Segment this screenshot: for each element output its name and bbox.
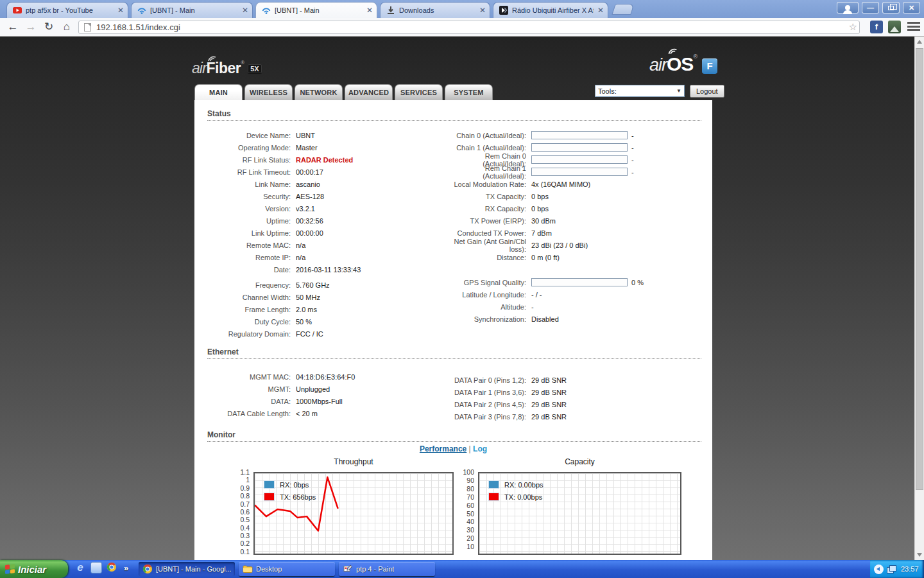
browser-tab[interactable]: ptp af5x br - YouTube✕ xyxy=(6,2,128,18)
ethernet-right-column: DATA Pair 0 (Pins 1,2):29 dB SNRDATA Pai… xyxy=(443,374,567,423)
tab-advanced[interactable]: ADVANCED xyxy=(345,84,393,100)
minimize-icon: — xyxy=(867,4,874,12)
performance-link[interactable]: Performance xyxy=(420,444,466,453)
minimize-button[interactable]: — xyxy=(862,2,879,13)
paint-icon xyxy=(343,564,353,574)
address-bar[interactable]: 192.168.1.51/index.cgi xyxy=(78,21,860,34)
task-buttons: [UBNT] - Main - Googl...Desktopptp 4 - P… xyxy=(139,562,435,576)
tab-wireless[interactable]: WIRELESS xyxy=(244,84,293,100)
y-tick-label: 0.7 xyxy=(240,500,250,508)
internet-explorer-icon[interactable]: e xyxy=(74,562,86,574)
status-label: Rem Chain 1 (Actual/Ideal): xyxy=(443,164,531,180)
y-tick-label: 1 xyxy=(246,476,250,484)
legend-entry: RX: 0.00bps xyxy=(488,480,543,489)
ethernet-value: 29 dB SNR xyxy=(531,389,567,396)
ethernet-value: 1000Mbps-Full xyxy=(296,398,343,405)
start-label: Iniciar xyxy=(18,564,46,575)
ethernet-label: DATA Pair 3 (Pins 7,8): xyxy=(443,413,531,421)
chrome-icon[interactable] xyxy=(107,562,118,574)
chart-capacity: Capacity100908070605040302010RX: 0.00bps… xyxy=(443,457,681,555)
legend-label: RX: 0bps xyxy=(280,481,309,489)
taskbar-button[interactable]: [UBNT] - Main - Googl... xyxy=(139,562,235,576)
home-button[interactable]: ⌂ xyxy=(59,19,74,35)
content-panel: Status Device Name:UBNTOperating Mode:Ma… xyxy=(194,100,712,560)
new-tab-button[interactable] xyxy=(612,4,635,15)
status-value: - xyxy=(631,156,634,164)
tab-system[interactable]: SYSTEM xyxy=(445,84,493,100)
tab-close-icon[interactable]: ✕ xyxy=(117,7,124,13)
status-row: Synchronization:Disabled xyxy=(443,313,644,325)
brand-reg: ® xyxy=(241,60,244,66)
legend-swatch xyxy=(488,480,499,489)
taskbar-button[interactable]: Desktop xyxy=(239,562,335,576)
scroll-up-arrow[interactable] xyxy=(917,40,922,44)
bookmark-star-icon[interactable]: ☆ xyxy=(849,21,857,33)
browser-tab[interactable]: [UBNT] - Main✕ xyxy=(131,2,253,18)
browser-tab[interactable]: Downloads✕ xyxy=(380,2,490,18)
facebook-extension-icon[interactable]: f xyxy=(870,21,883,33)
browser-chrome: ptp af5x br - YouTube✕[UBNT] - Main✕[UBN… xyxy=(0,0,924,37)
ethernet-label: DATA Cable Length: xyxy=(207,410,296,417)
browser-tab[interactable]: Rádio Ubiquiti Airfiber X Af-5✕ xyxy=(493,2,608,18)
restore-button[interactable] xyxy=(882,2,900,13)
reload-button[interactable]: ↻ xyxy=(41,19,56,35)
quick-launch-overflow-chevron[interactable]: » xyxy=(124,563,128,573)
browser-tab[interactable]: [UBNT] - Main✕ xyxy=(255,2,377,18)
plot-area: RX: 0.00bpsTX: 0.00bps xyxy=(478,472,681,555)
photo-extension-icon[interactable] xyxy=(888,21,901,33)
start-button[interactable]: Iniciar xyxy=(0,560,68,578)
scrollbar-thumb[interactable] xyxy=(916,48,923,490)
status-value: AES-128 xyxy=(296,193,324,200)
ethernet-value: 29 dB SNR xyxy=(531,401,567,408)
log-link[interactable]: Log xyxy=(473,444,487,453)
app-icon[interactable] xyxy=(90,562,102,574)
tab-close-icon[interactable]: ✕ xyxy=(597,7,604,13)
taskbar-button[interactable]: ptp 4 - Paint xyxy=(339,562,435,576)
scroll-down-arrow[interactable] xyxy=(917,553,922,557)
status-label: RX Capacity: xyxy=(443,205,531,213)
legend-label: RX: 0.00bps xyxy=(504,481,543,489)
status-label: Version: xyxy=(207,205,296,213)
tools-dropdown[interactable]: Tools: ▼ xyxy=(595,85,685,97)
status-value: RADAR Detected xyxy=(296,156,353,164)
monitor-section-header: Monitor xyxy=(207,430,701,442)
status-label: Chain 1 (Actual/Ideal): xyxy=(443,144,531,152)
status-row: Frequency:5.760 GHz xyxy=(207,279,330,291)
tab-close-icon[interactable]: ✕ xyxy=(366,7,373,13)
y-tick-label: 0.3 xyxy=(240,532,250,539)
logout-button[interactable]: Logout xyxy=(690,85,724,98)
tab-network[interactable]: NETWORK xyxy=(295,84,343,100)
status-right-column: Chain 0 (Actual/Ideal):-Chain 1 (Actual/… xyxy=(443,129,634,263)
status-row: Version:v3.2.1 xyxy=(207,202,361,215)
tab-close-icon[interactable]: ✕ xyxy=(242,7,248,13)
ethernet-row: DATA:1000Mbps-Full xyxy=(207,395,355,407)
ethernet-row: MGMT MAC:04:18:D6:E3:64:F0 xyxy=(207,371,355,383)
tray-collapse-chevron-icon[interactable] xyxy=(874,565,884,574)
forward-button[interactable]: → xyxy=(23,19,38,35)
status-row: Channel Width:50 MHz xyxy=(207,291,330,303)
back-button[interactable]: ← xyxy=(5,19,21,35)
close-button[interactable]: ✕ xyxy=(903,2,920,13)
status-label: Distance: xyxy=(443,254,531,261)
tab-close-icon[interactable]: ✕ xyxy=(479,7,486,13)
tab-main[interactable]: MAIN xyxy=(194,84,243,100)
ethernet-row: DATA Pair 1 (Pins 3,6):29 dB SNR xyxy=(443,386,567,398)
status-label: Remote IP: xyxy=(207,254,296,261)
taskbar: Iniciar e » [UBNT] - Main - Googl...Desk… xyxy=(0,560,924,578)
folder-icon xyxy=(243,564,253,574)
browser-menu-button[interactable] xyxy=(907,22,920,32)
ethernet-value: 29 dB SNR xyxy=(531,413,567,421)
y-tick-label: 100 xyxy=(463,468,474,476)
profile-button[interactable] xyxy=(837,2,859,13)
network-icon[interactable] xyxy=(887,565,896,573)
status-label: TX Power (EIRP): xyxy=(443,217,531,225)
status-value: - xyxy=(631,144,634,152)
status-row: Link Uptime:00:00:00 xyxy=(207,227,361,239)
status-row: Local Modulation Rate:4x (16QAM MIMO) xyxy=(443,178,634,190)
tab-services[interactable]: SERVICES xyxy=(395,84,443,100)
scrollbar[interactable] xyxy=(914,37,924,560)
ethernet-value: 04:18:D6:E3:64:F0 xyxy=(296,373,355,381)
quick-launch: e » xyxy=(74,562,128,574)
status-value: 0 bps xyxy=(531,193,549,200)
status-label: Uptime: xyxy=(207,217,296,225)
